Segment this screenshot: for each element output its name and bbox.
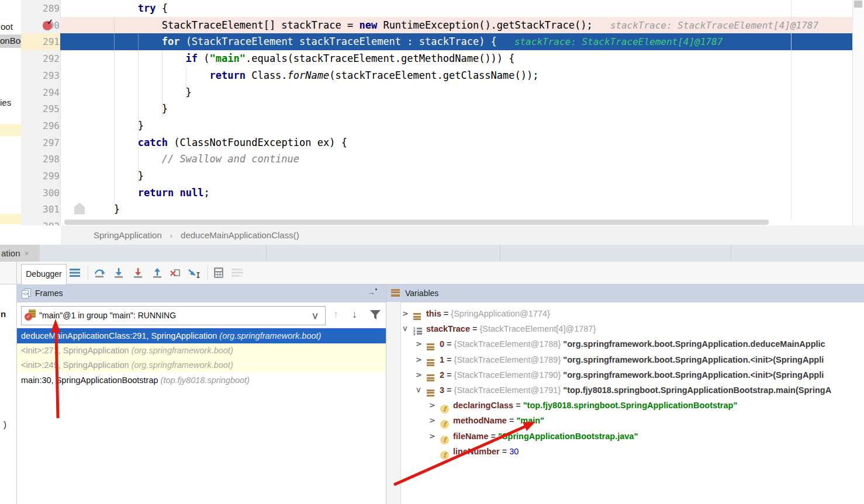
project-tree-highlight-row: [0, 124, 21, 136]
variables-panel-title: Variables: [405, 284, 438, 303]
debugger-inline-hint: stackTrace: StackTraceElement[4]@1787: [610, 20, 818, 31]
tab-application[interactable]: ation×: [0, 245, 40, 262]
variable-ref-value: {StackTraceElement@1790}: [454, 370, 564, 380]
variable-string-value: "SpringApplicationBootstrap.java": [498, 432, 638, 441]
editor-line[interactable]: return null;: [66, 185, 210, 201]
variable-row[interactable]: >1 = {StackTraceElement@1789} "org.sprin…: [0, 352, 864, 367]
chevron-expanded-icon[interactable]: >: [402, 321, 410, 336]
variable-name: stackTrace: [426, 324, 470, 333]
variable-name: 2: [440, 370, 444, 380]
run-to-cursor-icon[interactable]: [187, 266, 201, 280]
evaluate-expression-icon[interactable]: [212, 266, 226, 280]
variables-icon: [391, 289, 400, 298]
frames-panel-title: Frames: [35, 284, 63, 303]
variable-string-value: "org.springframework.boot.SpringApplicat…: [563, 339, 825, 349]
vertical-scrollbar-thumb[interactable]: [854, 1, 862, 8]
step-over-icon[interactable]: [92, 266, 106, 280]
editor-line[interactable]: catch (ClassNotFoundException ex) {: [66, 134, 347, 151]
editor-line[interactable]: }: [66, 84, 192, 101]
force-step-into-icon[interactable]: [131, 266, 145, 280]
variable-row[interactable]: >fdeclaringClass = "top.fjy8018.springbo…: [0, 398, 864, 413]
chevron-collapsed-icon[interactable]: >: [429, 429, 437, 444]
project-tree-fragment: ): [4, 419, 6, 429]
variable-ref-value: {SpringApplication@1774}: [451, 309, 550, 318]
variables-panel-header: Variables: [386, 284, 864, 303]
editor-gutter[interactable]: 289290✓291292293294295296297298299300301…: [21, 0, 61, 225]
editor-code-area[interactable]: try {StackTraceElement[] stackTrace = ne…: [60, 0, 852, 225]
breadcrumb: SpringApplication›deduceMainApplicationC…: [94, 225, 299, 245]
tab-debugger[interactable]: Debugger: [21, 264, 67, 285]
editor-line[interactable]: }: [66, 168, 144, 185]
variable-row[interactable]: >ffileName = "SpringApplicationBootstrap…: [0, 429, 864, 444]
editor-line[interactable]: }: [66, 100, 168, 117]
vertical-scrollbar-track[interactable]: [852, 0, 864, 225]
editor-line[interactable]: }: [66, 201, 120, 218]
editor-line[interactable]: }: [66, 117, 144, 134]
variable-name: methodName: [453, 416, 507, 425]
drop-frame-icon[interactable]: [168, 266, 182, 280]
variable-row[interactable]: >2 = {StackTraceElement@1790} "org.sprin…: [0, 367, 864, 383]
chevron-collapsed-icon[interactable]: >: [429, 398, 437, 413]
svg-text:<>: <>: [23, 291, 29, 297]
breadcrumb-class[interactable]: SpringApplication: [94, 230, 162, 240]
layout-settings-icon[interactable]: [230, 266, 244, 280]
variable-number-value: 30: [509, 447, 519, 456]
step-into-icon[interactable]: [112, 266, 126, 280]
editor-line[interactable]: return Class.forName(stackTraceElement.g…: [66, 67, 538, 84]
breadcrumb-separator-icon: ›: [170, 231, 172, 240]
chevron-collapsed-icon[interactable]: >: [429, 413, 437, 428]
variable-row[interactable]: >fmethodName = "main": [0, 413, 864, 428]
right-margin-guide: [791, 34, 792, 51]
code-editor[interactable]: oot onBoot ies 289290✓291292293294295296…: [0, 0, 864, 225]
variable-string-value: "org.springframework.boot.SpringApplicat…: [563, 370, 824, 380]
editor-line[interactable]: for (StackTraceElement stackTraceElement…: [66, 33, 723, 50]
project-tree-fragment[interactable]: oot: [1, 22, 13, 32]
project-tree-highlight-row: [0, 214, 21, 224]
editor-line[interactable]: StackTraceElement[] stackTrace = new Run…: [66, 17, 818, 34]
chevron-collapsed-icon[interactable]: >: [402, 306, 410, 321]
chevron-expanded-icon[interactable]: >: [416, 383, 424, 398]
variable-name: declaringClass: [453, 401, 513, 410]
project-tree-fragment[interactable]: n: [1, 309, 6, 319]
variable-ref-value: {StackTraceElement[4]@1787}: [480, 324, 596, 333]
chevron-collapsed-icon[interactable]: >: [416, 336, 424, 352]
variable-row[interactable]: flineNumber = 30: [0, 444, 864, 459]
horizontal-scrollbar-thumb[interactable]: [64, 220, 769, 225]
chevron-collapsed-icon[interactable]: >: [416, 352, 424, 367]
menu-icon[interactable]: [68, 266, 82, 280]
right-margin-guide: [791, 51, 792, 220]
tab-close-icon[interactable]: ×: [25, 249, 29, 258]
frames-panel-header: <> Frames →: [16, 284, 386, 303]
frames-icon: <>: [21, 288, 32, 301]
variable-name: 3: [440, 385, 444, 395]
editor-line[interactable]: if ("main".equals(stackTraceElement.getM…: [66, 50, 515, 67]
breakpoint-verified-check-icon: ✓: [47, 18, 53, 26]
variable-row[interactable]: >0 = {StackTraceElement@1788} "org.sprin…: [0, 336, 864, 352]
breadcrumb-method[interactable]: deduceMainApplicationClass(): [181, 230, 299, 240]
variable-ref-value: {StackTraceElement@1789}: [454, 355, 564, 364]
editor-line[interactable]: // Swallow and continue: [66, 151, 299, 168]
breadcrumb-bar: SpringApplication›deduceMainApplicationC…: [0, 225, 864, 245]
debugger-inline-hint: stackTrace: StackTraceElement[4]@1787: [514, 36, 723, 47]
field-icon: f: [440, 447, 449, 462]
variable-name: lineNumber: [453, 447, 500, 456]
variable-row[interactable]: >this = {SpringApplication@1774}: [0, 306, 864, 321]
debug-tabstrip: ation×: [0, 245, 864, 262]
variable-name: fileName: [453, 432, 488, 441]
variable-name: 0: [440, 339, 444, 349]
variable-ref-value: {StackTraceElement@1791}: [454, 385, 564, 395]
debugger-toolbar: Debugger: [0, 262, 864, 284]
variable-string-value: "org.springframework.boot.SpringApplicat…: [563, 355, 824, 364]
variable-row[interactable]: >123stackTrace = {StackTraceElement[4]@1…: [0, 321, 864, 336]
variable-name: 1: [440, 355, 444, 364]
variable-string-value: "top.fjy8018.springboot.SpringApplicatio…: [523, 401, 738, 410]
editor-line[interactable]: try {: [66, 0, 168, 17]
focus-frame-icon[interactable]: →: [367, 287, 377, 297]
project-tree-fragment[interactable]: ies: [0, 98, 11, 107]
chevron-collapsed-icon[interactable]: >: [416, 367, 424, 383]
variable-string-value: "top.fjy8018.springboot.SpringApplicatio…: [563, 385, 831, 395]
variable-ref-value: {StackTraceElement@1788}: [454, 339, 564, 349]
variable-row[interactable]: >3 = {StackTraceElement@1791} "top.fjy80…: [0, 383, 864, 398]
variable-string-value: "main": [516, 416, 544, 425]
step-out-icon[interactable]: [150, 266, 164, 280]
